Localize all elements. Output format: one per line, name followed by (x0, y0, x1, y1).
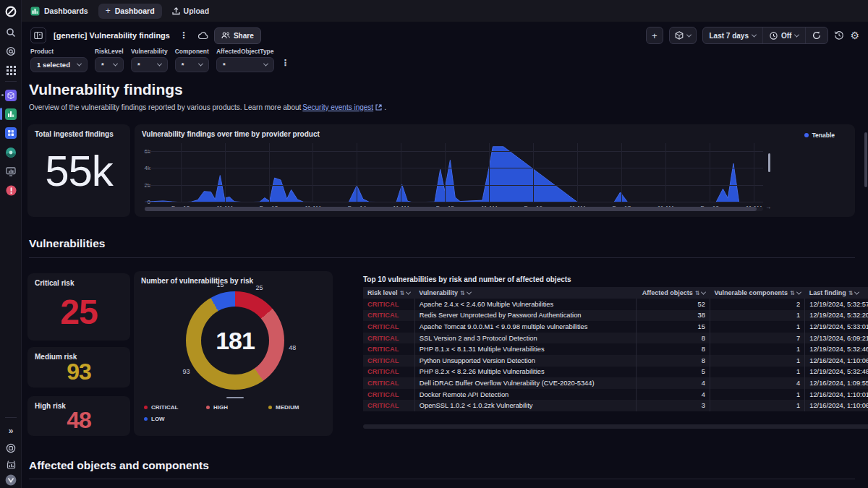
vulnerability-cell: Dell iDRAC Buffer Overflow Vulnerability… (414, 377, 636, 389)
column-header-risk-level[interactable]: Risk level⇅ (363, 287, 414, 299)
table-row[interactable]: CRITICALOpenSSL 1.0.2 < 1.0.2zk Vulnerab… (363, 400, 868, 411)
refresh-button[interactable] (806, 27, 827, 43)
user-avatar[interactable] (0, 471, 22, 488)
v-gridline (754, 143, 754, 202)
last-finding-cell: 12/16/2024, 1:10:01 (805, 389, 868, 401)
column-header-vulnerability[interactable]: Vulnerability⇅ (414, 287, 636, 299)
total-findings-tile[interactable]: Total ingested findings 55k (27, 124, 130, 217)
history-icon (834, 30, 844, 40)
filter-value-dropdown[interactable]: * (216, 57, 274, 72)
share-button[interactable]: Share (214, 27, 261, 44)
timeseries-legend-item[interactable]: Tenable (804, 132, 835, 139)
dashboards-app-icon[interactable] (0, 106, 22, 123)
affected-objects-cell: 8 (636, 355, 710, 367)
tab-dashboard-active[interactable]: + Dashboard (98, 4, 162, 19)
donut-segment-label: 15 (216, 281, 224, 288)
expand-sidebar-icon[interactable]: » (0, 422, 22, 440)
problems-alert-icon[interactable] (0, 181, 22, 199)
filter-value-dropdown[interactable]: * (175, 57, 209, 72)
security-events-ingest-link[interactable]: Security events ingest (302, 103, 373, 111)
sort-icon: ⇅ (400, 290, 405, 296)
v-gridline (181, 143, 182, 202)
filter-value-dropdown[interactable]: 1 selected (30, 57, 88, 72)
column-header-last-finding[interactable]: Last finding⇅ (805, 287, 868, 299)
infrastructure-app-icon[interactable] (0, 144, 22, 161)
donut-pagination-line[interactable] (226, 397, 244, 398)
page-vertical-scrollbar[interactable] (864, 132, 867, 187)
donut-segment-label: 48 (289, 344, 296, 351)
app-notification-dot (1, 94, 4, 96)
table-row[interactable]: CRITICALApache Tomcat 9.0.0.M1 < 9.0.98 … (363, 321, 868, 333)
apps-grid-icon[interactable] (0, 61, 22, 79)
dynatrace-logo-icon[interactable] (0, 3, 22, 20)
dashboard-title: [generic] Vulnerability findings (54, 31, 170, 40)
scroll-right-arrow[interactable]: → (765, 204, 771, 210)
dashboard-board-icon[interactable] (30, 27, 46, 43)
last-finding-cell: 12/19/2024, 5:32:57 (805, 299, 868, 310)
high-risk-tile[interactable]: High risk 48 (27, 396, 130, 436)
table-horizontal-scrollbar[interactable] (363, 424, 868, 429)
donut-legend-item[interactable]: HIGH (206, 404, 268, 411)
last-finding-cell: 12/16/2024, 1:10:06 (805, 355, 868, 367)
affected-objects-cell: 4 (636, 389, 710, 401)
table-row[interactable]: CRITICALPHP 8.2.x < 8.2.26 Multiple Vuln… (363, 367, 868, 378)
share-label: Share (234, 32, 254, 40)
time-range-dropdown[interactable]: Last 7 days (703, 27, 763, 43)
column-header-affected-objects[interactable]: Affected objects⇅ (636, 287, 710, 299)
hosts-monitor-icon[interactable] (0, 163, 22, 180)
dashboard-menu-kebab[interactable]: ⋮ (176, 30, 192, 40)
table-row[interactable]: CRITICALDell iDRAC Buffer Overflow Vulne… (363, 377, 868, 389)
filters-kebab-menu[interactable]: ⋮ (281, 58, 290, 68)
medium-risk-tile[interactable]: Medium risk 93 (27, 347, 130, 388)
table-row[interactable]: CRITICALApache 2.4.x < 2.4.60 Multiple V… (363, 299, 868, 310)
v-gridline (357, 143, 357, 202)
chart-vertical-scrollbar[interactable] (768, 153, 770, 172)
risk-level-cell: CRITICAL (363, 343, 414, 355)
donut-tile[interactable]: Number of vulnerabilities by risk 181 25… (134, 271, 333, 436)
history-button[interactable] (834, 30, 844, 40)
table-row[interactable]: CRITICALSSL Version 2 and 3 Protocol Det… (363, 333, 868, 344)
chart-horizontal-scrollbar[interactable] (145, 207, 763, 211)
auto-refresh-dropdown[interactable]: Off (763, 27, 806, 43)
column-menu-chevron (467, 290, 472, 295)
explore-globe-icon[interactable] (0, 43, 22, 60)
table-body: CRITICALApache 2.4.x < 2.4.60 Multiple V… (363, 299, 868, 411)
donut-legend-item[interactable]: MEDIUM (268, 404, 325, 411)
kubernetes-app-icon[interactable] (0, 124, 22, 142)
last-finding-cell: 12/19/2024, 5:32:48 (805, 367, 868, 378)
vulnerable-components-cell: 1 (710, 343, 804, 355)
table-row[interactable]: CRITICALDocker Remote API Detection4112/… (363, 389, 868, 401)
timeseries-tile[interactable]: Vulnerability findings over time by prov… (135, 124, 855, 217)
clouds-app-icon[interactable] (0, 87, 22, 104)
legend-label: HIGH (213, 404, 228, 411)
v-gridline (489, 143, 490, 202)
activity-chart-icon[interactable] (0, 455, 22, 473)
description-suffix: . (384, 103, 386, 111)
recordings-icon[interactable] (0, 440, 22, 457)
upload-button[interactable]: Upload (172, 7, 210, 15)
vulnerable-components-cell: 1 (710, 400, 804, 411)
filter-value-dropdown[interactable]: * (95, 57, 124, 72)
risk-level-cell: CRITICAL (363, 333, 414, 344)
table-row[interactable]: CRITICALPython Unsupported Version Detec… (363, 355, 868, 367)
table-row[interactable]: CRITICALPHP 8.1.x < 8.1.31 Multiple Vuln… (363, 343, 868, 355)
settings-gear-icon[interactable]: ⚙ (850, 30, 859, 41)
filter-value-dropdown[interactable]: * (131, 57, 168, 72)
donut-title: Number of vulnerabilities by risk (141, 277, 253, 285)
table-header: Risk level⇅Vulnerability⇅Affected object… (363, 287, 868, 299)
filter-product: Product1 selected (30, 48, 88, 72)
dashboards-app-crumb[interactable]: Dashboards (30, 7, 88, 16)
refresh-icon (812, 31, 821, 40)
donut-legend-item[interactable]: CRITICAL (144, 404, 206, 411)
donut-legend-item[interactable]: LOW (144, 416, 206, 422)
search-icon[interactable] (0, 24, 22, 41)
v-gridline (312, 143, 313, 202)
cloud-sync-icon[interactable] (197, 32, 208, 40)
variables-cube-button[interactable] (669, 27, 697, 44)
filter-label: RiskLevel (95, 48, 124, 55)
critical-risk-tile[interactable]: Critical risk 25 (27, 273, 130, 341)
column-header-vulnerable-components[interactable]: Vulnerable components⇅ (710, 287, 804, 299)
timeseries-plot (145, 143, 763, 202)
table-row[interactable]: CRITICALRedis Server Unprotected by Pass… (363, 310, 868, 322)
add-tile-button[interactable]: + (646, 27, 663, 44)
